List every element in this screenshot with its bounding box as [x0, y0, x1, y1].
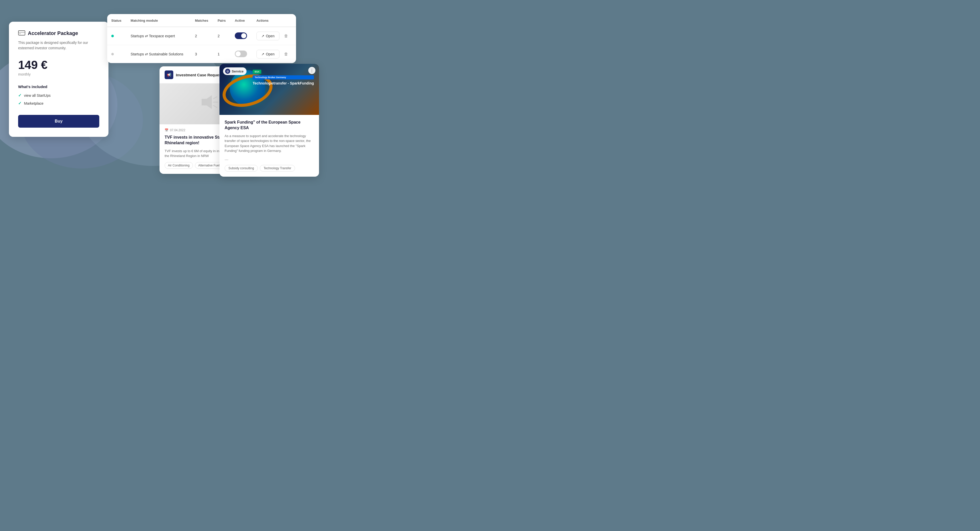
- delete-button-1[interactable]: 🗑: [283, 33, 290, 39]
- toggle-knob-2: [235, 51, 241, 56]
- svg-rect-1: [18, 32, 25, 33]
- buy-button[interactable]: Buy: [18, 115, 99, 128]
- svg-line-6: [213, 105, 217, 107]
- active-cell-1: [231, 27, 252, 45]
- toggle-knob-1: [241, 33, 246, 38]
- col-pairs: Pairs: [213, 14, 231, 27]
- delete-button-2[interactable]: 🗑: [283, 51, 290, 57]
- module-cell-2: Startups ⇄ Sustainable Solutions: [127, 45, 191, 63]
- date-text: 07.04.2022: [170, 128, 185, 132]
- active-cell-2: [231, 45, 252, 63]
- service-badge-label: Service: [232, 69, 243, 73]
- news-header-title: Investment Case Request: [176, 73, 223, 77]
- trash-icon-1: 🗑: [284, 34, 288, 38]
- esa-text-overlay: ESA Technology Broker Germany Technologi…: [253, 69, 314, 86]
- megaphone-icon: 📢: [165, 70, 173, 79]
- feature-label-startups: view all StartUps: [24, 93, 51, 97]
- credit-card-icon: [18, 30, 25, 37]
- pairs-cell-2: 1: [213, 45, 231, 63]
- matches-cell-2: 3: [191, 45, 213, 63]
- module-label-1: Startups ⇄ Texspace expert: [130, 34, 175, 38]
- external-link-icon-1: ↗: [261, 34, 264, 38]
- svg-rect-2: [19, 33, 21, 34]
- service-tags: Subsidy consulting Technology Transfer: [224, 165, 314, 172]
- check-icon-marketplace: ✓: [18, 101, 21, 106]
- feature-item-startups: ✓ view all StartUps: [18, 93, 99, 98]
- open-label-1: Open: [266, 34, 275, 38]
- megaphone-glyph: 📢: [167, 73, 171, 77]
- col-module: Matching module: [127, 14, 191, 27]
- svg-line-4: [213, 97, 217, 99]
- actions-cell-1: ↗ Open 🗑: [252, 27, 296, 45]
- calendar-icon: 📅: [165, 128, 169, 132]
- price-period: monthly: [18, 72, 99, 77]
- open-button-2[interactable]: ↗ Open: [256, 50, 280, 59]
- service-tag-technology: Technology Transfer: [260, 165, 295, 172]
- open-label-2: Open: [266, 52, 275, 56]
- pairs-cell-1: 2: [213, 27, 231, 45]
- feature-item-marketplace: ✓ Marketplace: [18, 101, 99, 106]
- tag-air-conditioning: Air Conditioning: [165, 162, 193, 169]
- module-cell-1: Startups ⇄ Texspace expert: [127, 27, 191, 45]
- service-card-body: Spark Funding" of the European Space Age…: [220, 115, 319, 177]
- table-header: Status Matching module Matches Pairs Act…: [107, 14, 296, 27]
- whats-included-label: What's included: [18, 85, 99, 89]
- table-row: Startups ⇄ Texspace expert 2 2 ↗ Open 🗑: [107, 27, 296, 45]
- card-title: Accelerator Package: [28, 30, 78, 36]
- service-title: Spark Funding" of the European Space Age…: [224, 120, 314, 131]
- actions-cell-2: ↗ Open 🗑: [252, 45, 296, 63]
- esa-badge: ESA: [253, 70, 262, 74]
- svg-marker-3: [202, 95, 212, 109]
- matching-table-card: Status Matching module Matches Pairs Act…: [107, 14, 296, 63]
- status-cell-2: [107, 45, 127, 63]
- card-description: This package is designed specifically fo…: [18, 40, 99, 51]
- price-display: 149 €: [18, 58, 99, 72]
- check-icon-startups: ✓: [18, 93, 21, 98]
- table-body: Startups ⇄ Texspace expert 2 2 ↗ Open 🗑: [107, 27, 296, 63]
- col-active: Active: [231, 14, 252, 27]
- headset-icon: [225, 69, 230, 74]
- svg-point-7: [227, 70, 228, 72]
- matches-cell-1: 2: [191, 27, 213, 45]
- col-actions: Actions: [252, 14, 296, 27]
- col-matches: Matches: [191, 14, 213, 27]
- feature-list: ✓ view all StartUps ✓ Marketplace: [18, 93, 99, 106]
- speaker-icon: [199, 93, 220, 115]
- open-button-1[interactable]: ↗ Open: [256, 32, 280, 40]
- matching-table: Status Matching module Matches Pairs Act…: [107, 14, 296, 63]
- esa-subtitle-badge: Technology Broker Germany: [253, 75, 314, 80]
- trash-icon-2: 🗑: [284, 52, 288, 56]
- card-header: Accelerator Package: [18, 30, 99, 37]
- feature-label-marketplace: Marketplace: [24, 101, 43, 105]
- service-description: As a measure to support and accelerate t…: [224, 134, 314, 153]
- toggle-off-2[interactable]: [235, 51, 247, 57]
- service-dots: ...: [224, 156, 314, 161]
- table-row: Startups ⇄ Sustainable Solutions 3 1 ↗ O…: [107, 45, 296, 63]
- service-tag-subsidy: Subsidy consulting: [224, 165, 258, 172]
- col-status: Status: [107, 14, 127, 27]
- toggle-on-1[interactable]: [235, 32, 247, 39]
- service-card: ESA Technology Broker Germany Technologi…: [220, 64, 319, 177]
- status-cell-1: [107, 27, 127, 45]
- status-dot-active-1: [111, 35, 114, 37]
- service-badge: Service: [223, 67, 247, 75]
- module-label-2: Startups ⇄ Sustainable Solutions: [130, 52, 183, 56]
- service-card-menu-button[interactable]: ⋮: [308, 67, 315, 74]
- external-link-icon-2: ↗: [261, 52, 264, 56]
- status-dot-inactive-2: [111, 53, 114, 56]
- esa-heading: Technologietransfer - SparkFunding: [253, 81, 314, 86]
- accelerator-card: Accelerator Package This package is desi…: [9, 22, 108, 137]
